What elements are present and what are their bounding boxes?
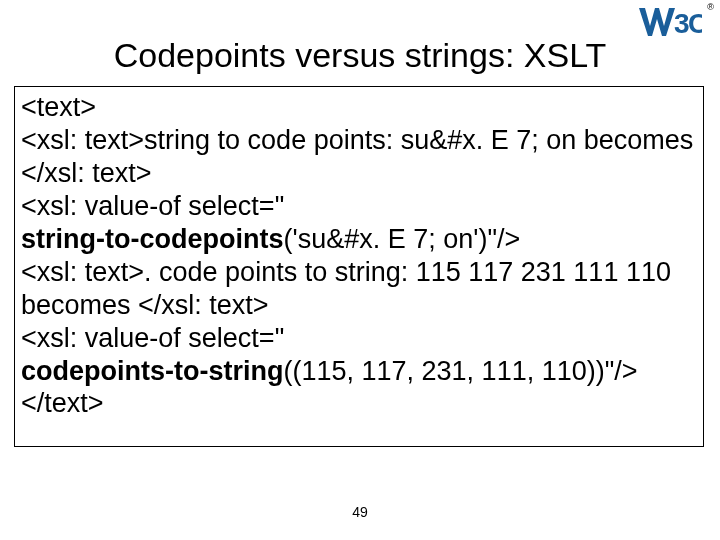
code-line: <text>: [21, 91, 697, 124]
code-line: string-to-codepoints('su&#x. E 7; on')"/…: [21, 223, 697, 256]
w3c-logo-svg: 3 C: [638, 6, 702, 40]
code-line: </text>: [21, 387, 697, 420]
code-line: <xsl: value-of select=": [21, 322, 697, 355]
code-fragment: ((115, 117, 231, 111, 110))"/>: [283, 356, 637, 386]
code-line: <xsl: value-of select=": [21, 190, 697, 223]
code-line: <xsl: text>string to code points: su&#x.…: [21, 124, 697, 190]
registered-mark: ®: [707, 2, 714, 12]
w3c-logo: 3 C: [638, 6, 702, 40]
function-name: string-to-codepoints: [21, 224, 283, 254]
svg-text:C: C: [688, 8, 702, 39]
code-line: codepoints-to-string((115, 117, 231, 111…: [21, 355, 697, 388]
code-line: <xsl: text>. code points to string: 115 …: [21, 256, 697, 322]
slide: 3 C ® Codepoints versus strings: XSLT <t…: [0, 0, 720, 540]
function-name: codepoints-to-string: [21, 356, 283, 386]
code-fragment: ('su&#x. E 7; on')"/>: [283, 224, 520, 254]
slide-title: Codepoints versus strings: XSLT: [0, 36, 720, 75]
page-number: 49: [0, 504, 720, 520]
code-box: <text> <xsl: text>string to code points:…: [14, 86, 704, 447]
